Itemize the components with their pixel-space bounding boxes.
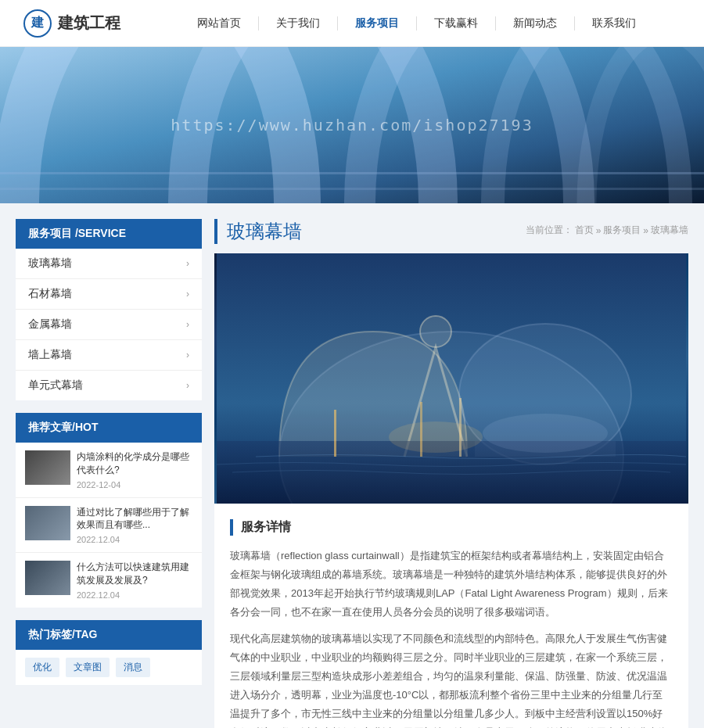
- svg-rect-6: [0, 172, 704, 174]
- rec-date-2: 2022.12.04: [77, 535, 192, 544]
- chevron-right-icon-4: ›: [186, 350, 189, 360]
- tag-2[interactable]: 文章图: [66, 658, 110, 677]
- hot-tags-section: 热门标签/TAG 优化 文章图 消息: [16, 620, 202, 685]
- chevron-right-icon-2: ›: [186, 289, 189, 299]
- breadcrumb-prefix: 当前位置：: [526, 224, 573, 237]
- nav-item-news[interactable]: 新闻动态: [496, 16, 575, 30]
- svg-rect-18: [459, 398, 462, 457]
- rec-info-1: 内墙涂料的化学成分是哪些代表什么? 2022-12-04: [77, 450, 192, 490]
- recommended-title: 推荐文章/HOT: [16, 413, 202, 443]
- hero-url-text: https://www.huzhan.com/ishop27193: [171, 116, 533, 134]
- svg-rect-16: [334, 410, 336, 457]
- logo-icon: 建: [23, 9, 52, 38]
- header: 建 建筑工程 网站首页 关于我们 服务项目 下载赢料 新闻动态 联系我们: [0, 0, 704, 47]
- sidebar-menu-item-2[interactable]: 石材幕墙 ›: [16, 279, 202, 310]
- service-detail-title: 服务详情: [230, 519, 673, 536]
- hot-tags-container: 优化 文章图 消息: [16, 650, 202, 685]
- rec-date-1: 2022-12-04: [77, 480, 192, 490]
- service-detail: 服务详情 玻璃幕墙（reflection glass curtainwall）是…: [214, 504, 688, 728]
- service-section: 服务项目 /SERVICE 玻璃幕墙 › 石材幕墙 › 金属幕墙 › 墙上幕墙 …: [16, 219, 202, 400]
- tag-1[interactable]: 优化: [25, 658, 59, 677]
- logo: 建 建筑工程: [23, 9, 120, 38]
- tag-3[interactable]: 消息: [116, 658, 150, 677]
- service-detail-text-1: 玻璃幕墙（reflection glass curtainwall）是指建筑宝的…: [230, 547, 673, 622]
- rec-date-3: 2022.12.04: [77, 590, 192, 600]
- nav-item-home[interactable]: 网站首页: [180, 16, 259, 30]
- hero-banner: https://www.huzhan.com/ishop27193: [0, 47, 704, 203]
- breadcrumb-sep2: »: [643, 225, 648, 236]
- page-title: 玻璃幕墙: [214, 219, 302, 244]
- nav-item-service[interactable]: 服务项目: [338, 16, 417, 30]
- service-section-title: 服务项目 /SERVICE: [16, 219, 202, 249]
- breadcrumb-current: 玻璃幕墙: [651, 224, 688, 237]
- chevron-right-icon-1: ›: [186, 258, 189, 269]
- breadcrumb-sep1: »: [596, 225, 602, 236]
- service-detail-text-2: 现代化高层建筑物的玻璃幕墙以实现了不同颜色和流线型的内部特色。高限允人于发展生气…: [230, 629, 673, 728]
- svg-point-15: [483, 414, 608, 453]
- nav: 网站首页 关于我们 服务项目 下载赢料 新闻动态 联系我们: [152, 16, 681, 30]
- main-image: [214, 253, 688, 504]
- rec-title-1: 内墙涂料的化学成分是哪些代表什么?: [77, 450, 192, 477]
- nav-item-download[interactable]: 下载赢料: [417, 16, 496, 30]
- building-svg: [214, 253, 688, 504]
- logo-text: 建筑工程: [58, 13, 120, 34]
- rec-title-2: 通过对比了解哪些用于了解效果而且有哪些...: [77, 506, 192, 533]
- sidebar: 服务项目 /SERVICE 玻璃幕墙 › 石材幕墙 › 金属幕墙 › 墙上幕墙 …: [16, 219, 202, 728]
- rec-info-3: 什么方法可以快速建筑用建筑发展及发展及? 2022.12.04: [77, 561, 192, 600]
- rec-thumb-2: [25, 506, 70, 540]
- svg-rect-17: [420, 402, 422, 457]
- sidebar-menu-item-3[interactable]: 金属幕墙 ›: [16, 310, 202, 340]
- sidebar-menu-item-5[interactable]: 单元式幕墙 ›: [16, 371, 202, 400]
- breadcrumb-parent[interactable]: 服务项目: [603, 224, 641, 237]
- rec-thumb-1: [25, 450, 70, 485]
- svg-point-14: [389, 421, 483, 453]
- rec-thumb-3: [25, 561, 70, 595]
- rec-info-2: 通过对比了解哪些用于了解效果而且有哪些... 2022.12.04: [77, 506, 192, 545]
- rec-article-3[interactable]: 什么方法可以快速建筑用建筑发展及发展及? 2022.12.04: [16, 553, 202, 608]
- chevron-right-icon-3: ›: [186, 319, 189, 330]
- breadcrumb-home[interactable]: 首页: [575, 224, 594, 237]
- svg-rect-7: [0, 188, 704, 190]
- recommended-section: 推荐文章/HOT 内墙涂料的化学成分是哪些代表什么? 2022-12-04 通过…: [16, 413, 202, 608]
- rec-article-2[interactable]: 通过对比了解哪些用于了解效果而且有哪些... 2022.12.04: [16, 498, 202, 554]
- svg-point-12: [420, 316, 451, 347]
- chevron-right-icon-5: ›: [186, 380, 189, 391]
- breadcrumb: 当前位置： 首页 » 服务项目 » 玻璃幕墙: [526, 224, 688, 237]
- rec-title-3: 什么方法可以快速建筑用建筑发展及发展及?: [77, 561, 192, 587]
- nav-item-about[interactable]: 关于我们: [259, 16, 338, 30]
- right-content: 玻璃幕墙 当前位置： 首页 » 服务项目 » 玻璃幕墙: [214, 219, 688, 728]
- rec-article-1[interactable]: 内墙涂料的化学成分是哪些代表什么? 2022-12-04: [16, 443, 202, 498]
- page-header-area: 玻璃幕墙 当前位置： 首页 » 服务项目 » 玻璃幕墙: [214, 219, 688, 244]
- sidebar-menu-item-4[interactable]: 墙上幕墙 ›: [16, 340, 202, 371]
- sidebar-menu-item-1[interactable]: 玻璃幕墙 ›: [16, 249, 202, 279]
- nav-item-contact[interactable]: 联系我们: [575, 16, 653, 30]
- main-content: 服务项目 /SERVICE 玻璃幕墙 › 石材幕墙 › 金属幕墙 › 墙上幕墙 …: [0, 203, 704, 728]
- hot-tags-title: 热门标签/TAG: [16, 620, 202, 650]
